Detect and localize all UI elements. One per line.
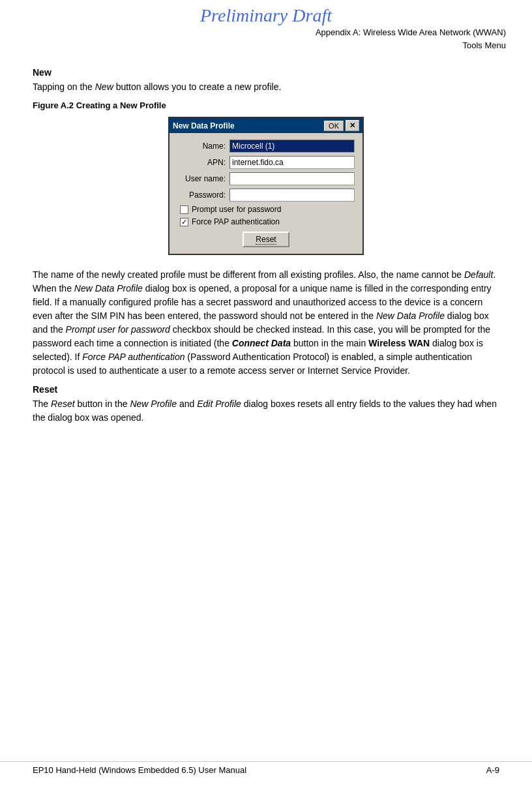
figure-caption: Figure A.2 Creating a New Profile xyxy=(33,100,499,110)
prompt-checkbox-label: Prompt user for password xyxy=(192,205,281,214)
page-header: Preliminary Draft Appendix A: Wireless W… xyxy=(0,0,532,54)
reset-button-label: Reset xyxy=(256,235,276,245)
username-label: User name: xyxy=(177,174,229,183)
dialog-container: New Data Profile OK ✕ Name: APN: xyxy=(33,117,499,255)
dialog-titlebar: New Data Profile OK ✕ xyxy=(170,118,362,133)
username-row: User name: xyxy=(177,172,355,185)
footer-right: A-9 xyxy=(486,765,499,775)
force-pap-checkmark: ✓ xyxy=(181,218,187,226)
apn-row: APN: xyxy=(177,156,355,169)
dialog-ok-button[interactable]: OK xyxy=(324,121,344,131)
force-pap-checkbox-row: ✓ Force PAP authentication xyxy=(177,217,355,226)
password-row: Password: xyxy=(177,189,355,202)
prompt-checkbox-row: Prompt user for password xyxy=(177,205,355,214)
page-subtitle: Appendix A: Wireless Wide Area Network (… xyxy=(0,26,532,52)
dialog-buttons: OK ✕ xyxy=(324,120,359,131)
password-input[interactable] xyxy=(229,189,355,202)
name-input[interactable] xyxy=(229,140,355,153)
prompt-checkbox[interactable] xyxy=(180,205,188,214)
reset-paragraph: The Reset button in the New Profile and … xyxy=(33,397,499,425)
password-label: Password: xyxy=(177,190,229,200)
reset-section-heading: Reset xyxy=(33,384,499,395)
dialog-title: New Data Profile xyxy=(173,121,235,130)
apn-input[interactable] xyxy=(229,156,355,169)
reset-button[interactable]: Reset xyxy=(243,232,289,247)
page-content: New Tapping on the New button allows you… xyxy=(0,54,532,470)
description-paragraph: The name of the newly created profile mu… xyxy=(33,268,499,378)
footer-left: EP10 Hand-Held (Windows Embedded 6.5) Us… xyxy=(33,765,246,775)
force-pap-checkbox[interactable]: ✓ xyxy=(180,218,188,226)
force-pap-label: Force PAP authentication xyxy=(192,217,280,226)
new-paragraph: Tapping on the New button allows you to … xyxy=(33,80,499,94)
dialog-body: Name: APN: User name: Password: xyxy=(170,133,362,254)
username-input[interactable] xyxy=(229,172,355,185)
name-label: Name: xyxy=(177,142,229,151)
new-section-heading: New xyxy=(33,67,499,78)
page-footer: EP10 Hand-Held (Windows Embedded 6.5) Us… xyxy=(0,761,532,775)
dialog-box: New Data Profile OK ✕ Name: APN: xyxy=(168,117,364,255)
subtitle-line2: Tools Menu xyxy=(463,40,506,50)
apn-label: APN: xyxy=(177,158,229,167)
dialog-close-button[interactable]: ✕ xyxy=(346,120,359,131)
subtitle-line1: Appendix A: Wireless Wide Area Network (… xyxy=(316,27,506,37)
name-row: Name: xyxy=(177,140,355,153)
reset-btn-row: Reset xyxy=(177,232,355,247)
page-title: Preliminary Draft xyxy=(0,5,532,26)
